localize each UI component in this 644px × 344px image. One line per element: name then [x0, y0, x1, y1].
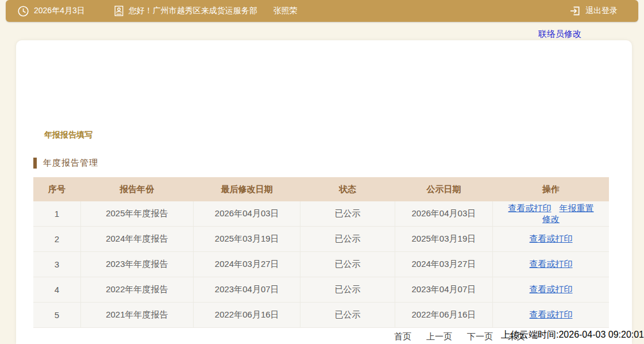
- publish-date-cell: 2023年04月07日: [395, 277, 492, 303]
- annual-report-module-label: 年报报告填写: [44, 130, 92, 140]
- actions-cell: 查看或打印: [493, 252, 609, 277]
- logout-icon: [569, 5, 581, 17]
- table-row: 32023年年度报告2024年03月27日已公示2024年03月27日查看或打印: [33, 252, 609, 277]
- row-index: 5: [33, 303, 80, 328]
- actions-cell: 查看或打印年报重置修改: [493, 201, 609, 227]
- col-header-report-year: 报告年份: [80, 177, 193, 201]
- clock-icon: [17, 5, 29, 17]
- status-cell: 已公示: [300, 277, 395, 303]
- pagination-prev[interactable]: 上一页: [426, 331, 452, 342]
- last-modified-cell: 2024年03月27日: [194, 252, 300, 277]
- row-index: 4: [33, 277, 80, 303]
- row-index: 2: [33, 227, 80, 252]
- action-link-view-or-print[interactable]: 查看或打印: [508, 203, 552, 213]
- pagination-first[interactable]: 首页: [394, 331, 411, 342]
- last-modified-cell: 2022年06月16日: [194, 303, 300, 328]
- actions-cell: 查看或打印: [493, 303, 609, 328]
- report-year-cell: 2021年年度报告: [80, 303, 193, 328]
- status-cell: 已公示: [300, 252, 395, 277]
- action-link-view-or-print[interactable]: 查看或打印: [530, 259, 573, 269]
- date-display: 2026年4月3日: [17, 5, 85, 17]
- report-year-cell: 2024年年度报告: [80, 227, 193, 252]
- col-header-index: 序号: [33, 177, 80, 201]
- col-header-status: 状态: [300, 177, 395, 201]
- annual-report-table: 序号 报告年份 最后修改日期 状态 公示日期 操作 12025年年度报告2026…: [33, 177, 609, 328]
- publish-date-cell: 2022年06月16日: [395, 303, 492, 328]
- section-title-text: 年度报告管理: [43, 158, 98, 169]
- action-link-view-or-print[interactable]: 查看或打印: [530, 309, 573, 319]
- col-header-last-modified: 最后修改日期: [194, 177, 300, 201]
- section-accent-bar: [33, 158, 37, 169]
- username: 张照荣: [273, 6, 298, 16]
- id-badge-icon: [114, 5, 124, 17]
- status-cell: 已公示: [300, 227, 395, 252]
- col-header-publish-date: 公示日期: [395, 177, 492, 201]
- publish-date-cell: 2026年04月03日: [395, 201, 492, 227]
- section-title: 年度报告管理: [33, 158, 98, 169]
- report-table-body: 12025年年度报告2026年04月03日已公示2026年04月03日查看或打印…: [33, 201, 609, 328]
- publish-date-cell: 2024年03月27日: [395, 252, 492, 277]
- action-link-edit[interactable]: 修改: [542, 214, 560, 224]
- actions-cell: 查看或打印: [493, 227, 609, 252]
- action-link-view-or-print[interactable]: 查看或打印: [530, 284, 573, 294]
- report-year-cell: 2023年年度报告: [80, 252, 193, 277]
- table-row: 22024年年度报告2025年03月19日已公示2025年03月19日查看或打印: [33, 227, 609, 252]
- pagination-next[interactable]: 下一页: [467, 331, 493, 342]
- last-modified-cell: 2026年04月03日: [194, 201, 300, 227]
- status-cell: 已公示: [300, 201, 395, 227]
- report-year-cell: 2022年年度报告: [80, 277, 193, 303]
- contact-person-edit-link[interactable]: 联络员修改: [538, 29, 581, 40]
- row-index: 3: [33, 252, 80, 277]
- table-header-row: 序号 报告年份 最后修改日期 状态 公示日期 操作: [33, 177, 609, 201]
- table-row: 52021年年度报告2022年06月16日已公示2022年06月16日查看或打印: [33, 303, 609, 328]
- company-greeting: 您好！广州市越秀区来成货运服务部: [129, 6, 257, 16]
- actions-cell: 查看或打印: [493, 277, 609, 303]
- logout-button[interactable]: 退出登录: [569, 5, 618, 17]
- last-modified-cell: 2023年04月07日: [194, 277, 300, 303]
- table-row: 42022年年度报告2023年04月07日已公示2023年04月07日查看或打印: [33, 277, 609, 303]
- top-bar: 2026年4月3日 您好！广州市越秀区来成货运服务部 张照荣: [6, 0, 638, 22]
- report-year-cell: 2025年年度报告: [80, 201, 193, 227]
- status-cell: 已公示: [300, 303, 395, 328]
- logout-label: 退出登录: [585, 6, 618, 16]
- row-index: 1: [33, 201, 80, 227]
- action-link-view-or-print[interactable]: 查看或打印: [530, 234, 573, 243]
- action-link-report-reset[interactable]: 年报重置: [560, 203, 594, 213]
- current-date: 2026年4月3日: [34, 6, 85, 16]
- page: 2026年4月3日 您好！广州市越秀区来成货运服务部 张照荣: [0, 0, 644, 344]
- col-header-actions: 操作: [493, 177, 609, 201]
- annual-report-module-button[interactable]: [39, 63, 94, 122]
- user-greeting: 您好！广州市越秀区来成货运服务部: [114, 5, 257, 17]
- publish-date-cell: 2025年03月19日: [395, 227, 492, 252]
- table-row: 12025年年度报告2026年04月03日已公示2026年04月03日查看或打印…: [33, 201, 609, 227]
- last-modified-cell: 2025年03月19日: [194, 227, 300, 252]
- upload-time-text: 上传云端时间:2026-04-03 09:20:01: [501, 329, 644, 341]
